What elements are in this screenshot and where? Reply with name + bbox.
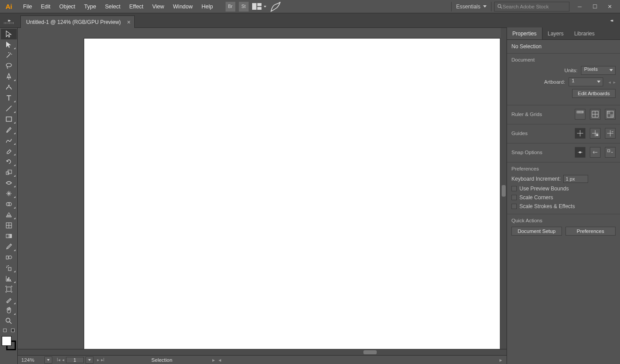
eyedropper-tool[interactable]	[1, 241, 17, 252]
first-artboard-icon[interactable]: I◂	[57, 357, 60, 362]
menu-edit[interactable]: Edit	[36, 0, 55, 13]
direct-selection-tool[interactable]	[1, 39, 17, 50]
menu-select[interactable]: Select	[101, 0, 125, 13]
line-tool[interactable]	[1, 103, 17, 114]
artboard-dropdown-icon[interactable]	[86, 356, 94, 364]
status-scroll-left-icon[interactable]: ◂	[218, 357, 221, 363]
menu-window[interactable]: Window	[168, 0, 197, 13]
menu-type[interactable]: Type	[80, 0, 101, 13]
lock-guides-icon[interactable]	[590, 128, 601, 139]
shape-builder-tool[interactable]	[1, 199, 17, 209]
shaper-tool[interactable]	[1, 135, 17, 146]
svg-line-4	[501, 7, 502, 8]
last-artboard-icon[interactable]: ▸I	[101, 357, 105, 362]
search-stock[interactable]	[494, 2, 569, 12]
lasso-tool[interactable]	[1, 61, 17, 71]
close-tab-icon[interactable]: ×	[127, 16, 130, 28]
bridge-icon[interactable]: Br	[226, 2, 235, 12]
eraser-tool[interactable]	[1, 146, 17, 156]
horizontal-scrollbar[interactable]	[18, 349, 507, 355]
snap-pixel-icon[interactable]	[575, 147, 585, 158]
symbol-sprayer-tool[interactable]	[1, 263, 17, 273]
artboard-number-input[interactable]	[66, 357, 84, 363]
document-setup-button[interactable]: Document Setup	[511, 227, 562, 236]
section-ruler-grids: Ruler & Grids	[507, 105, 620, 124]
collapse-panels-icon[interactable]: ◂◂	[602, 13, 620, 27]
tab-layers[interactable]: Layers	[542, 27, 569, 39]
artboard-next-icon[interactable]: ▸	[613, 80, 616, 85]
rectangle-tool[interactable]	[1, 114, 17, 124]
search-stock-input[interactable]	[503, 4, 566, 9]
arrange-documents-icon[interactable]	[252, 2, 266, 12]
next-artboard-icon[interactable]: ▸	[97, 357, 99, 362]
menu-object[interactable]: Object	[55, 0, 80, 13]
menu-help[interactable]: Help	[197, 0, 218, 13]
column-graph-tool[interactable]	[1, 273, 17, 284]
artboard[interactable]	[84, 39, 500, 349]
stock-icon[interactable]: St	[239, 2, 249, 12]
collapse-toolbox-icon[interactable]: ▸▸	[0, 13, 18, 27]
preview-bounds-checkbox[interactable]	[511, 186, 517, 191]
window-maximize-icon[interactable]: ☐	[587, 2, 602, 12]
mesh-tool[interactable]	[1, 220, 17, 231]
window-close-icon[interactable]: ✕	[602, 2, 617, 12]
menu-effect[interactable]: Effect	[125, 0, 148, 13]
snap-grid-icon[interactable]	[605, 147, 616, 158]
menu-view[interactable]: View	[148, 0, 168, 13]
scale-strokes-checkbox[interactable]	[511, 204, 517, 209]
transparency-grid-icon[interactable]	[605, 109, 616, 120]
document-tab[interactable]: Untitled-1 @ 124% (RGB/GPU Preview) ×	[20, 15, 135, 28]
scale-corners-checkbox[interactable]	[511, 195, 517, 200]
canvas-viewport[interactable]	[18, 28, 507, 349]
keyboard-increment-input[interactable]	[563, 175, 588, 183]
svg-point-3	[498, 4, 501, 8]
toolbox-grip-icon[interactable]	[4, 22, 14, 24]
guides-title: Guides	[511, 131, 527, 136]
artboard-prev-icon[interactable]: ◂	[608, 80, 611, 85]
preferences-button[interactable]: Preferences	[565, 227, 616, 236]
selection-tool[interactable]	[1, 29, 17, 39]
type-tool[interactable]	[1, 93, 17, 103]
scale-tool[interactable]	[1, 167, 17, 178]
units-select[interactable]: Pixels	[581, 66, 616, 75]
zoom-tool[interactable]	[1, 316, 17, 326]
gradient-tool[interactable]	[1, 231, 17, 241]
snap-point-icon[interactable]	[590, 147, 601, 158]
paintbrush-tool[interactable]	[1, 124, 17, 135]
width-tool[interactable]	[1, 178, 17, 188]
workspace-switcher[interactable]: Essentials	[451, 2, 491, 12]
smart-guides-icon[interactable]	[605, 128, 616, 139]
pen-tool[interactable]	[1, 71, 17, 82]
status-play-icon[interactable]: ▸	[212, 357, 215, 363]
vertical-scrollbar[interactable]	[501, 28, 507, 349]
prev-artboard-icon[interactable]: ◂	[62, 357, 64, 362]
artboard-tool[interactable]	[1, 284, 17, 294]
zoom-level[interactable]: 124%	[18, 357, 44, 363]
show-guides-icon[interactable]	[575, 128, 585, 139]
edit-artboards-button[interactable]: Edit Artboards	[572, 89, 616, 98]
magic-wand-tool[interactable]	[1, 50, 17, 61]
screen-mode-icons[interactable]	[1, 327, 17, 333]
perspective-grid-tool[interactable]	[1, 209, 17, 220]
rotate-tool[interactable]	[1, 156, 17, 167]
hand-tool[interactable]	[1, 305, 17, 316]
artboard-select[interactable]: 1	[569, 77, 603, 86]
ruler-icon[interactable]	[575, 109, 585, 120]
tab-properties[interactable]: Properties	[507, 27, 542, 39]
menu-file[interactable]: File	[19, 0, 36, 13]
window-minimize-icon[interactable]: ─	[572, 2, 587, 12]
zoom-dropdown-icon[interactable]	[44, 356, 52, 364]
blend-tool[interactable]	[1, 252, 17, 263]
tab-libraries[interactable]: Libraries	[569, 27, 600, 39]
status-scroll-right-icon[interactable]: ▸	[499, 357, 502, 363]
free-transform-tool[interactable]	[1, 188, 17, 199]
fill-stroke-swatch[interactable]	[1, 335, 17, 351]
slice-tool[interactable]	[1, 294, 17, 305]
gpu-icon[interactable]	[270, 2, 281, 12]
fill-swatch[interactable]	[2, 336, 12, 346]
section-snap: Snap Options	[507, 143, 620, 163]
curvature-tool[interactable]	[1, 82, 17, 93]
svg-rect-10	[8, 170, 12, 174]
grid-icon[interactable]	[590, 109, 601, 120]
snap-title: Snap Options	[511, 150, 542, 155]
